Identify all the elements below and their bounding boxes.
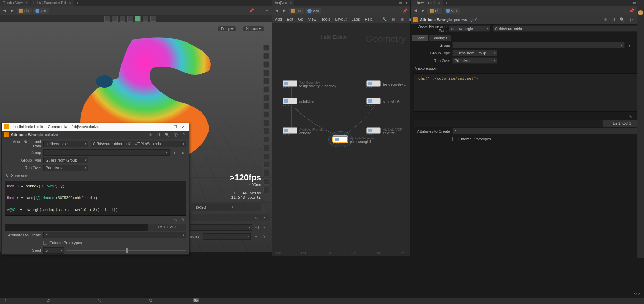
opname-field[interactable]: pointwrangle1 — [454, 17, 478, 22]
grouptype-dropdown[interactable]: Guess from Group — [452, 50, 497, 56]
colorspace-dropdown[interactable]: sRGB — [194, 204, 235, 210]
pin-icon[interactable]: 📌 — [249, 8, 255, 14]
panel-split-icon[interactable]: ▭ — [397, 0, 403, 6]
runover-dropdown[interactable]: Primitives — [43, 165, 88, 171]
help-icon[interactable]: ? — [181, 132, 187, 138]
crumb-obj[interactable]: obj — [17, 8, 32, 14]
shelf-icon[interactable] — [263, 170, 269, 176]
back-icon[interactable]: ◀ — [274, 8, 280, 14]
fwd-icon[interactable]: ▶ — [420, 8, 426, 14]
panel-menu-icon[interactable]: ▾ — [261, 214, 267, 220]
menu-help[interactable]: Help — [364, 17, 372, 21]
pin-icon[interactable]: →| — [253, 224, 260, 231]
opname-field[interactable]: colorize — [45, 133, 58, 137]
fwd-icon[interactable]: ▶ — [281, 8, 288, 14]
close-button[interactable]: ✕ — [179, 125, 187, 129]
tool-active-icon[interactable] — [135, 16, 141, 22]
expand-icon[interactable]: ⤡ — [627, 113, 634, 119]
record-icon[interactable]: ● — [261, 224, 267, 231]
close-icon[interactable]: × — [438, 1, 440, 5]
tab-network-path[interactable]: /obj/vex× — [272, 0, 294, 6]
asset-path-dropdown[interactable]: C:/hfs/current/houdi... — [493, 25, 641, 32]
gear-icon[interactable]: ✳ — [602, 16, 608, 23]
crumb-vex[interactable]: vex — [444, 8, 460, 14]
add-tab-button[interactable]: + — [74, 1, 80, 5]
subtab-code[interactable]: Code — [412, 35, 428, 41]
enforce-checkbox[interactable] — [452, 137, 456, 141]
outes-dropdown[interactable] — [203, 233, 251, 240]
window-titlebar[interactable]: Houdini Indie Limited-Commercial - /obj/… — [2, 123, 189, 131]
help-icon[interactable]: ? — [261, 233, 267, 240]
wrench-icon[interactable]: 🔧 — [382, 16, 387, 22]
back-icon[interactable]: ◀ — [412, 8, 418, 14]
group-menu-icon[interactable]: ▾ — [627, 42, 633, 48]
node-pointwrangle1[interactable]: Attribute Wranglepointwrangle1 — [333, 136, 374, 144]
camera-persp-dropdown[interactable]: Persp ▾ — [217, 26, 237, 32]
tab-pointwrangle[interactable]: pointwrangle1× — [411, 0, 443, 6]
menu-edit[interactable]: Edit — [287, 17, 293, 21]
crumb-vex[interactable]: vex — [305, 8, 321, 14]
fwd-icon[interactable]: ▶ — [9, 8, 15, 14]
panel-split-icon[interactable]: ▭ — [253, 214, 260, 220]
node-subdivide3[interactable]: subdivide3 — [366, 98, 400, 106]
group-menu-icon[interactable]: ▾ — [172, 149, 178, 156]
group-input[interactable] — [452, 42, 625, 48]
search-icon[interactable]: 🔍 — [619, 16, 625, 23]
add-tab-button[interactable]: + — [443, 1, 449, 5]
shelf-icon[interactable] — [638, 10, 643, 15]
close-icon[interactable]: × — [25, 1, 28, 5]
grouptype-dropdown[interactable]: Guess from Group — [43, 157, 88, 163]
runover-dropdown[interactable]: Primitives — [452, 57, 497, 64]
list-icon[interactable]: ≡ — [253, 233, 259, 240]
playhead[interactable]: 95 — [193, 298, 199, 302]
shelf-icon[interactable] — [263, 45, 269, 51]
shelf-icon[interactable] — [263, 103, 269, 109]
attrs-input[interactable]: * — [43, 232, 186, 238]
asset-name-dropdown[interactable]: attribwrangle — [449, 25, 490, 32]
network-canvas[interactable]: Geometry Indie Edition Test Geometrytest… — [272, 23, 410, 256]
menu-go[interactable]: Go — [298, 17, 304, 21]
shelf-icon[interactable] — [263, 178, 269, 185]
tab-parameter-diff[interactable]: Labs | Parameter Diff× — [31, 0, 74, 6]
panel-menu-icon[interactable]: ▾ — [403, 0, 410, 6]
shelf-icon[interactable] — [263, 70, 269, 76]
shelf-icon[interactable] — [263, 111, 269, 118]
node-testgeometry...[interactable]: testgeometry... — [366, 80, 406, 88]
attrs-input[interactable]: * — [452, 128, 641, 134]
tool-grid-icon[interactable] — [143, 16, 148, 22]
shelf-icon[interactable] — [263, 53, 269, 59]
crumb-vex[interactable]: vex — [33, 8, 49, 14]
shelf-icon[interactable] — [263, 120, 269, 126]
vex-code-editor[interactable]: `chs("../colorize/snippet")` — [414, 73, 641, 112]
tree-icon[interactable]: ▦ — [400, 16, 404, 22]
shelf-icon[interactable] — [263, 128, 269, 134]
houdini-h-icon[interactable]: H — [156, 132, 162, 138]
tool-scale-icon[interactable] — [127, 16, 133, 22]
external-icon[interactable]: ✎ — [180, 217, 186, 223]
shelf-icon[interactable] — [263, 162, 269, 168]
asset-path-dropdown[interactable]: C:/hfs/current/houdini/otls/OPlibSop.hda — [91, 141, 186, 147]
node-colorize[interactable]: Attribute Wranglecolorize — [283, 127, 323, 135]
menu-add[interactable]: Add — [275, 17, 282, 21]
close-icon[interactable]: × — [290, 1, 292, 5]
goto-line-input[interactable] — [414, 120, 603, 127]
shelf-icon[interactable] — [263, 86, 269, 93]
crumb-obj[interactable]: obj — [289, 8, 304, 14]
seed-input[interactable]: 5 — [43, 247, 64, 254]
node-colorize1[interactable]: Attribute VOPcolorize1 — [366, 127, 402, 135]
goto-line-input[interactable] — [5, 224, 148, 231]
info-icon[interactable]: ⓘ — [627, 16, 634, 23]
link-icon[interactable]: ⟐ — [256, 8, 262, 14]
search-icon[interactable]: 🔍 — [164, 132, 170, 138]
frame-start[interactable]: 1 — [2, 299, 9, 303]
shelf-icon[interactable] — [263, 137, 269, 143]
close-icon[interactable]: × — [69, 1, 71, 5]
shelf-icon[interactable] — [263, 61, 269, 68]
menu-tools[interactable]: Tools — [321, 17, 330, 21]
maximize-button[interactable]: ☐ — [172, 125, 179, 129]
asset-name-dropdown[interactable]: attribwrangle — [43, 141, 88, 147]
tab-render-view[interactable]: Render View× — [0, 0, 30, 6]
menu-icon[interactable]: ▾ — [264, 8, 270, 14]
shelf-icon[interactable] — [263, 153, 269, 159]
tool-select-icon[interactable] — [104, 16, 110, 22]
